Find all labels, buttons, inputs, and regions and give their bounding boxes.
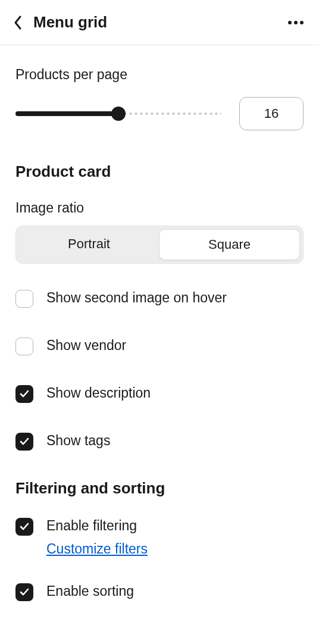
customize-filters-link[interactable]: Customize filters xyxy=(46,541,148,557)
image-ratio-segmented: Portrait Square xyxy=(15,226,304,264)
slider-thumb[interactable] xyxy=(111,107,126,121)
show-description-checkbox[interactable] xyxy=(15,385,33,403)
enable-sorting-checkbox[interactable] xyxy=(15,583,33,601)
more-icon[interactable] xyxy=(288,21,304,24)
products-per-page-label: Products per page xyxy=(15,67,304,83)
show-vendor-checkbox[interactable] xyxy=(15,337,33,355)
panel-content: Products per page 16 Product card Image … xyxy=(0,45,319,601)
image-ratio-option-portrait[interactable]: Portrait xyxy=(19,229,159,260)
slider-fill xyxy=(15,111,118,116)
panel-header: Menu grid xyxy=(0,0,319,45)
show-vendor-row: Show vendor xyxy=(15,336,304,355)
show-description-row: Show description xyxy=(15,384,304,403)
back-icon[interactable] xyxy=(13,15,23,30)
enable-filtering-row: Enable filtering Customize filters xyxy=(15,517,304,557)
show-description-label: Show description xyxy=(46,384,151,402)
enable-sorting-row: Enable sorting xyxy=(15,582,304,601)
enable-sorting-label: Enable sorting xyxy=(46,582,134,601)
show-tags-row: Show tags xyxy=(15,432,304,451)
product-card-heading: Product card xyxy=(15,162,304,181)
enable-filtering-checkbox[interactable] xyxy=(15,518,33,536)
show-second-image-label: Show second image on hover xyxy=(46,289,227,307)
show-vendor-label: Show vendor xyxy=(46,336,126,355)
show-second-image-checkbox[interactable] xyxy=(15,290,33,308)
products-per-page-row: 16 xyxy=(15,97,304,130)
enable-filtering-stack: Enable filtering Customize filters xyxy=(46,517,148,557)
products-per-page-input[interactable]: 16 xyxy=(239,97,304,130)
image-ratio-label: Image ratio xyxy=(15,200,304,216)
enable-filtering-label: Enable filtering xyxy=(46,517,148,535)
filtering-sorting-heading: Filtering and sorting xyxy=(15,479,304,498)
show-second-image-row: Show second image on hover xyxy=(15,289,304,308)
show-tags-checkbox[interactable] xyxy=(15,433,33,451)
show-tags-label: Show tags xyxy=(46,432,110,450)
page-title: Menu grid xyxy=(33,13,107,32)
image-ratio-option-square[interactable]: Square xyxy=(159,229,300,260)
products-per-page-slider[interactable] xyxy=(15,107,221,121)
header-left: Menu grid xyxy=(13,13,107,32)
